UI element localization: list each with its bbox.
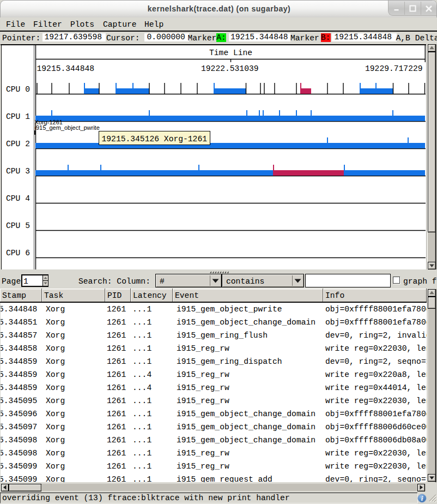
svg-text:CPU 4: CPU 4 bbox=[6, 194, 30, 203]
svg-text:19215.345126 Xorg-1261: 19215.345126 Xorg-1261 bbox=[102, 135, 208, 143]
svg-text:19222.531039: 19222.531039 bbox=[201, 64, 259, 73]
svg-text:CPU 1: CPU 1 bbox=[6, 112, 30, 121]
svg-text:Time Line: Time Line bbox=[209, 49, 252, 57]
svg-text:19215.344848: 19215.344848 bbox=[37, 64, 95, 73]
svg-text:19229.717229: 19229.717229 bbox=[365, 64, 423, 73]
svg-text:CPU 5: CPU 5 bbox=[6, 221, 30, 230]
svg-text:CPU 2: CPU 2 bbox=[6, 140, 30, 148]
svg-text:CPU 6: CPU 6 bbox=[6, 249, 30, 257]
svg-text:CPU 3: CPU 3 bbox=[6, 167, 30, 176]
svg-text:i: i bbox=[421, 494, 423, 502]
svg-text:CPU 0: CPU 0 bbox=[6, 85, 30, 94]
svg-text:i915_gem_object_pwrite: i915_gem_object_pwrite bbox=[35, 124, 100, 131]
